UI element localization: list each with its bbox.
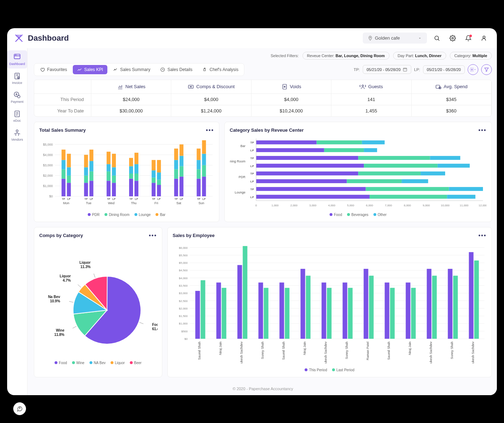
- svg-rect-211: [264, 288, 269, 339]
- svg-rect-231: [406, 282, 411, 339]
- svg-text:$0: $0: [184, 337, 188, 341]
- tp-date-picker[interactable]: 05/21/20 - 05/28/20: [363, 65, 411, 74]
- svg-rect-142: [256, 179, 347, 183]
- tab-chefs-analysis[interactable]: Chef's Analysis: [198, 65, 243, 74]
- card-more-button[interactable]: •••: [206, 127, 214, 134]
- search-button[interactable]: [431, 32, 443, 44]
- main-content: Selected Filters: Reveue Center: Bar, Lo…: [27, 48, 497, 395]
- svg-rect-32: [62, 178, 66, 196]
- svg-rect-39: [67, 167, 71, 175]
- settings-button[interactable]: [447, 32, 458, 44]
- svg-rect-213: [280, 282, 284, 339]
- filter-chip-daypart[interactable]: Day Part: Lunch, Dinner: [393, 52, 446, 60]
- svg-text:Thu: Thu: [131, 201, 137, 205]
- lp-date-picker[interactable]: 05/21/20 - 05/28/20: [423, 65, 465, 74]
- svg-point-8: [17, 95, 20, 97]
- svg-rect-33: [62, 169, 66, 178]
- svg-text:3,000: 3,000: [309, 204, 317, 207]
- svg-text:$5,500: $5,500: [179, 253, 188, 257]
- svg-text:$4,000: $4,000: [43, 153, 53, 156]
- sidebar-item-vendors[interactable]: Vendors: [7, 126, 27, 144]
- filter-chip-category[interactable]: Category: Multiple: [450, 52, 492, 60]
- sidebar-item-payment[interactable]: Payment: [7, 88, 27, 106]
- svg-rect-56: [107, 164, 111, 171]
- chat-icon: [16, 406, 23, 412]
- svg-rect-146: [256, 187, 366, 191]
- sidebar-item-invoice[interactable]: Invoice: [7, 69, 27, 87]
- svg-rect-148: [449, 187, 483, 191]
- sidebar-item-edoc[interactable]: eDoc: [7, 107, 27, 125]
- vendors-icon: [13, 129, 21, 137]
- svg-rect-98: [197, 178, 200, 196]
- svg-rect-229: [390, 288, 395, 339]
- location-name: Golden cafe: [375, 35, 400, 41]
- discount-icon: [188, 84, 194, 90]
- svg-rect-103: [202, 176, 206, 196]
- gear-dropdown-button[interactable]: [468, 64, 478, 75]
- topbar: Dashboard Golden cafe: [7, 28, 497, 48]
- svg-rect-127: [324, 148, 364, 152]
- filter-button[interactable]: [481, 64, 492, 75]
- svg-rect-82: [157, 180, 161, 185]
- tab-sales-kpi[interactable]: Sales KPI: [73, 65, 107, 74]
- kpi-header-net-sales: Net Sales: [91, 80, 171, 94]
- kpi-header-guests: Guests: [331, 80, 411, 94]
- filter-chip-revenue-center[interactable]: Reveue Center: Bar, Lounge, Dining Room: [302, 52, 390, 60]
- svg-rect-49: [90, 171, 93, 181]
- svg-text:TP: TP: [85, 198, 88, 200]
- page-title: Dashboard: [28, 34, 358, 43]
- svg-text:Liquor: Liquor: [80, 261, 91, 265]
- chart-comps-pie: Food61.4%Wine11.8%Na Bev10.9%Liquor4.7%L…: [39, 242, 158, 357]
- help-button[interactable]: [13, 402, 26, 415]
- svg-text:$1,000: $1,000: [179, 322, 188, 325]
- svg-text:Sunny Shah: Sunny Shah: [450, 342, 454, 359]
- tab-sales-details[interactable]: Sales Details: [156, 65, 197, 74]
- svg-rect-240: [469, 252, 474, 339]
- svg-text:$1,000: $1,000: [43, 184, 53, 187]
- kpi-row-this-period: This Period $24,000$4,000$4,000141$345: [34, 94, 492, 105]
- svg-text:$1,500: $1,500: [179, 314, 188, 318]
- svg-text:LP: LP: [180, 198, 183, 200]
- svg-text:4,000: 4,000: [328, 204, 336, 207]
- details-icon: [160, 67, 165, 72]
- notifications-button[interactable]: [463, 32, 474, 44]
- tab-group: Favourites Sales KPI Sales Summary Sales…: [34, 63, 244, 76]
- location-select[interactable]: Golden cafe: [363, 32, 427, 44]
- sidebar-item-dashboard[interactable]: Dashboard: [7, 50, 27, 69]
- svg-text:Saumil Shah: Saumil Shah: [387, 342, 391, 360]
- svg-rect-4: [14, 54, 20, 59]
- svg-text:Sun: Sun: [198, 201, 204, 205]
- svg-rect-130: [256, 156, 358, 160]
- svg-text:$3,000: $3,000: [43, 163, 53, 167]
- svg-rect-135: [364, 163, 438, 167]
- svg-text:LP: LP: [157, 198, 161, 200]
- svg-rect-34: [62, 160, 66, 169]
- tab-favourites[interactable]: Favourites: [36, 65, 71, 74]
- svg-text:PDR: PDR: [239, 175, 246, 178]
- tab-sales-summary[interactable]: Sales Summary: [109, 65, 155, 74]
- svg-line-160: [139, 322, 143, 324]
- svg-text:$3,000: $3,000: [179, 292, 188, 295]
- kpi-header-voids: Voids: [251, 80, 331, 94]
- svg-text:Mon: Mon: [63, 201, 70, 205]
- svg-rect-136: [438, 163, 470, 167]
- svg-rect-144: [402, 179, 428, 183]
- card-more-button[interactable]: •••: [478, 232, 487, 239]
- svg-text:7,000: 7,000: [385, 204, 392, 207]
- legend-employee: This Period Last Period: [173, 368, 487, 372]
- svg-text:TP: TP: [62, 198, 65, 200]
- svg-rect-106: [202, 140, 206, 153]
- svg-text:$4,000: $4,000: [179, 276, 188, 280]
- profile-button[interactable]: [478, 32, 490, 44]
- spend-icon: [435, 84, 442, 90]
- svg-text:LP: LP: [112, 198, 116, 200]
- svg-rect-92: [179, 176, 183, 196]
- svg-text:$6,000: $6,000: [179, 246, 188, 249]
- card-more-button[interactable]: •••: [149, 232, 157, 239]
- chart-sales-by-employee: $0$500$1,000$1,500$2,000$2,500$3,000$3,5…: [173, 242, 487, 364]
- svg-rect-55: [107, 171, 111, 181]
- svg-text:11,000: 11,000: [460, 204, 469, 207]
- svg-rect-150: [256, 195, 370, 198]
- card-more-button[interactable]: •••: [478, 127, 487, 134]
- card-title: Total Sales Summary: [39, 127, 86, 133]
